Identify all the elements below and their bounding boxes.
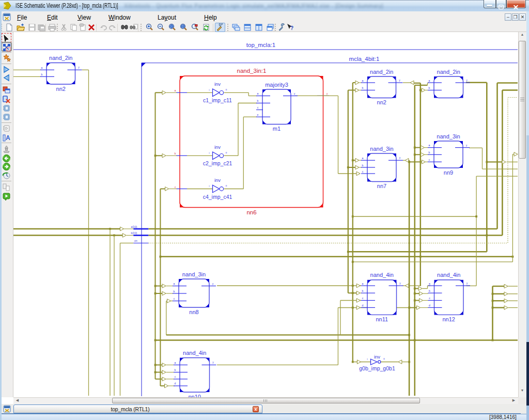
svg-text:nand_3in:1: nand_3in:1 xyxy=(237,68,267,74)
svg-text:nand_3in: nand_3in xyxy=(370,146,393,152)
svg-text:nand_3in: nand_3in xyxy=(182,271,206,277)
svg-text:y: y xyxy=(212,361,214,364)
svg-text:d: d xyxy=(362,304,364,307)
svg-text:c2_imp_c21: c2_imp_c21 xyxy=(203,160,232,166)
svg-text:nand_2in: nand_2in xyxy=(437,69,460,75)
svg-text:i: i xyxy=(209,89,210,91)
svg-text:m1: m1 xyxy=(273,126,281,132)
svg-text:y: y xyxy=(399,79,400,82)
svg-text:c: c xyxy=(429,158,430,161)
svg-text:a(3:0): a(3:0) xyxy=(131,226,137,228)
svg-text:nn2: nn2 xyxy=(56,86,66,92)
svg-text:c: c xyxy=(257,106,259,109)
svg-text:g0b_imp_g0b1: g0b_imp_g0b1 xyxy=(359,365,395,371)
svg-text:b(3:0): b(3:0) xyxy=(131,232,137,235)
svg-text:inv: inv xyxy=(374,354,380,360)
svg-text:a: a xyxy=(175,361,176,364)
svg-text:c4_imp_c41: c4_imp_c41 xyxy=(203,194,232,200)
svg-text:inv: inv xyxy=(214,144,221,150)
svg-text:a: a xyxy=(257,92,259,95)
svg-text:top_mcla:1: top_mcla:1 xyxy=(246,42,275,48)
svg-text:y: y xyxy=(78,66,80,69)
svg-text:?: ? xyxy=(290,25,293,31)
svg-text:b: b xyxy=(362,86,364,89)
svg-text:b: b xyxy=(41,73,43,76)
svg-text:b: b xyxy=(175,152,176,155)
svg-text:nand_4in: nand_4in xyxy=(370,272,394,278)
svg-text:a: a xyxy=(41,66,43,69)
svg-text:d: d xyxy=(429,304,430,307)
svg-text:e: e xyxy=(257,113,259,116)
svg-text:o: o xyxy=(226,88,227,91)
svg-text:y: y xyxy=(294,92,295,95)
svg-text:majority3: majority3 xyxy=(265,82,288,88)
svg-text:c: c xyxy=(429,297,430,300)
svg-text:y: y xyxy=(466,144,468,147)
svg-text:A: A xyxy=(6,134,10,142)
svg-text:i: i xyxy=(209,152,210,154)
svg-text:c: c xyxy=(362,297,364,300)
svg-text:c: c xyxy=(175,186,176,189)
svg-text:y: y xyxy=(399,156,401,159)
svg-text:nand_2in: nand_2in xyxy=(49,55,72,61)
svg-text:i: i xyxy=(209,185,210,188)
svg-text:c: c xyxy=(175,375,176,378)
svg-text:o: o xyxy=(226,151,227,154)
svg-text:b: b xyxy=(429,289,430,292)
svg-text:nand_4in: nand_4in xyxy=(437,272,460,278)
svg-text:a: a xyxy=(175,89,176,92)
svg-text:c: c xyxy=(362,170,364,173)
svg-text:b: b xyxy=(257,99,259,102)
svg-text:o: o xyxy=(383,357,385,360)
svg-text:c1_imp_c11: c1_imp_c11 xyxy=(203,97,232,103)
svg-text:a: a xyxy=(429,144,430,147)
svg-text:y: y xyxy=(399,282,401,285)
svg-text:nand_2in: nand_2in xyxy=(370,69,393,75)
svg-text:a: a xyxy=(174,282,175,285)
svg-text:y: y xyxy=(466,79,468,82)
svg-text:a: a xyxy=(362,79,364,82)
svg-text:nn12: nn12 xyxy=(443,316,455,322)
svg-text:a: a xyxy=(362,157,364,160)
svg-text:nand_3in: nand_3in xyxy=(437,133,460,139)
svg-text:i: i xyxy=(367,358,368,361)
svg-text:nn6: nn6 xyxy=(246,209,256,215)
svg-text:b: b xyxy=(429,151,430,154)
svg-text:inv: inv xyxy=(214,177,221,183)
svg-text:b: b xyxy=(174,290,175,293)
svg-text:c: c xyxy=(174,297,175,300)
svg-text:b: b xyxy=(362,289,364,292)
svg-text:cin: cin xyxy=(134,240,137,242)
svg-text:b: b xyxy=(362,164,364,167)
svg-text:b: b xyxy=(429,86,430,89)
svg-text:a: a xyxy=(429,282,430,285)
svg-text:nn9: nn9 xyxy=(444,169,453,176)
svg-text:nn2: nn2 xyxy=(377,99,386,105)
svg-text:inv: inv xyxy=(214,81,221,87)
svg-text:d: d xyxy=(175,382,176,385)
svg-text:y: y xyxy=(212,282,214,285)
svg-text:nn11: nn11 xyxy=(376,316,388,322)
svg-text:mcla_4bit:1: mcla_4bit:1 xyxy=(349,56,380,62)
svg-text:a: a xyxy=(362,282,364,285)
svg-text:b: b xyxy=(175,368,176,371)
svg-text:a: a xyxy=(429,79,430,82)
svg-text:y: y xyxy=(466,282,468,285)
svg-text:nn8: nn8 xyxy=(189,309,198,315)
svg-text:o: o xyxy=(226,184,227,187)
svg-text:nn7: nn7 xyxy=(377,183,386,189)
svg-text:nand_4in: nand_4in xyxy=(183,350,206,356)
svg-text:y: y xyxy=(326,92,328,95)
